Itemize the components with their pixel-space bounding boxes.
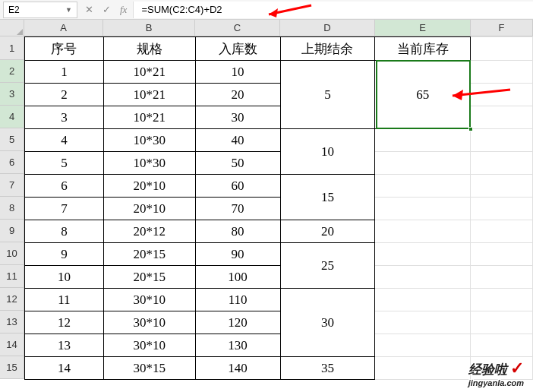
select-all-corner[interactable] (0, 20, 24, 36)
cell-f12[interactable] (471, 289, 533, 311)
cell-c7[interactable]: 60 (195, 175, 280, 198)
cell-f1[interactable] (471, 37, 533, 61)
cell-a2[interactable]: 1 (25, 61, 104, 84)
formula-input[interactable]: =SUM(C2:C4)+D2 (133, 2, 533, 18)
cell-b13[interactable]: 30*10 (103, 311, 195, 334)
cell-d-group-5[interactable]: 30 (280, 289, 375, 357)
cell-c6[interactable]: 50 (195, 152, 280, 175)
cell-a7[interactable]: 6 (25, 175, 104, 198)
cell-b9[interactable]: 20*12 (103, 220, 195, 243)
row-header-1[interactable]: 1 (0, 36, 24, 60)
cell-b8[interactable]: 20*10 (103, 198, 195, 220)
cell-c10[interactable]: 90 (195, 243, 280, 266)
cell-b2[interactable]: 10*21 (103, 61, 195, 84)
cell-f5[interactable] (471, 129, 533, 152)
cell-f10[interactable] (471, 243, 533, 266)
cell-e14[interactable] (375, 334, 471, 357)
row-header-15[interactable]: 15 (0, 356, 24, 379)
row-header-12[interactable]: 12 (0, 288, 24, 311)
cell-c4[interactable]: 30 (195, 106, 280, 129)
cell-a12[interactable]: 11 (25, 289, 104, 311)
row-header-11[interactable]: 11 (0, 265, 24, 288)
cell-e2[interactable]: 65 (375, 61, 471, 129)
col-header-b[interactable]: B (103, 20, 195, 36)
cell-f11[interactable] (471, 266, 533, 289)
cell-f13[interactable] (471, 311, 533, 334)
fx-icon[interactable]: fx (120, 4, 127, 16)
col-header-c[interactable]: C (195, 20, 280, 36)
cell-a15[interactable]: 14 (25, 357, 104, 380)
col-header-f[interactable]: F (471, 20, 533, 36)
row-header-8[interactable]: 8 (0, 197, 24, 220)
row-header-6[interactable]: 6 (0, 151, 24, 174)
cell-f14[interactable] (471, 334, 533, 357)
cell-a6[interactable]: 5 (25, 152, 104, 175)
cell-c11[interactable]: 100 (195, 266, 280, 289)
row-header-7[interactable]: 7 (0, 174, 24, 197)
cell-b7[interactable]: 20*10 (103, 175, 195, 198)
row-header-4[interactable]: 4 (0, 106, 24, 128)
name-box[interactable]: E2 ▼ (3, 2, 77, 18)
cell-d-group-2[interactable]: 15 (280, 175, 375, 220)
cell-d-group-1[interactable]: 10 (280, 129, 375, 175)
cell-c12[interactable]: 110 (195, 289, 280, 311)
cell-a14[interactable]: 13 (25, 334, 104, 357)
cell-c13[interactable]: 120 (195, 311, 280, 334)
cell-c8[interactable]: 70 (195, 198, 280, 220)
cell-a5[interactable]: 4 (25, 129, 104, 152)
cell-b3[interactable]: 10*21 (103, 84, 195, 106)
cell-b15[interactable]: 30*15 (103, 357, 195, 380)
cell-a10[interactable]: 9 (25, 243, 104, 266)
cell-a8[interactable]: 7 (25, 198, 104, 220)
cell-e9[interactable] (375, 220, 471, 243)
cell-e12[interactable] (375, 289, 471, 311)
header-cell-c[interactable]: 入库数 (195, 37, 280, 61)
cell-f9[interactable] (471, 220, 533, 243)
cell-e15[interactable] (375, 357, 471, 380)
cell-a11[interactable]: 10 (25, 266, 104, 289)
cell-e5[interactable] (375, 129, 471, 152)
cell-f7[interactable] (471, 175, 533, 198)
row-header-9[interactable]: 9 (0, 220, 24, 242)
row-header-14[interactable]: 14 (0, 334, 24, 356)
header-cell-b[interactable]: 规格 (103, 37, 195, 61)
cell-b6[interactable]: 10*30 (103, 152, 195, 175)
cell-a13[interactable]: 12 (25, 311, 104, 334)
cell-e10[interactable] (375, 243, 471, 266)
cell-e6[interactable] (375, 152, 471, 175)
cell-e7[interactable] (375, 175, 471, 198)
cell-b4[interactable]: 10*21 (103, 106, 195, 129)
cells-area[interactable]: 序号规格入库数上期结余当前库存110*2110565210*2120310*21… (24, 36, 533, 380)
cell-b10[interactable]: 20*15 (103, 243, 195, 266)
col-header-e[interactable]: E (375, 20, 471, 36)
cell-f3[interactable] (471, 84, 533, 106)
cell-d-group-4[interactable]: 25 (280, 243, 375, 289)
row-header-3[interactable]: 3 (0, 83, 24, 106)
cell-b14[interactable]: 30*10 (103, 334, 195, 357)
chevron-down-icon[interactable]: ▼ (65, 6, 72, 14)
cell-a9[interactable]: 8 (25, 220, 104, 243)
cell-b11[interactable]: 20*15 (103, 266, 195, 289)
cell-c3[interactable]: 20 (195, 84, 280, 106)
cell-c15[interactable]: 140 (195, 357, 280, 380)
cell-d-group-6[interactable]: 35 (280, 357, 375, 380)
cell-f6[interactable] (471, 152, 533, 175)
cell-c14[interactable]: 130 (195, 334, 280, 357)
cell-b5[interactable]: 10*30 (103, 129, 195, 152)
cell-c9[interactable]: 80 (195, 220, 280, 243)
col-header-a[interactable]: A (24, 20, 103, 36)
header-cell-e[interactable]: 当前库存 (375, 37, 471, 61)
cell-f2[interactable] (471, 61, 533, 84)
row-header-10[interactable]: 10 (0, 242, 24, 265)
cell-c5[interactable]: 40 (195, 129, 280, 152)
cell-f8[interactable] (471, 198, 533, 220)
cell-b12[interactable]: 30*10 (103, 289, 195, 311)
cell-d-group-3[interactable]: 20 (280, 220, 375, 243)
cell-d-group-0[interactable]: 5 (280, 61, 375, 129)
cell-a3[interactable]: 2 (25, 84, 104, 106)
cancel-icon[interactable]: ✕ (85, 4, 93, 15)
col-header-d[interactable]: D (280, 20, 375, 36)
accept-icon[interactable]: ✓ (102, 4, 111, 15)
header-cell-a[interactable]: 序号 (25, 37, 104, 61)
cell-e11[interactable] (375, 266, 471, 289)
